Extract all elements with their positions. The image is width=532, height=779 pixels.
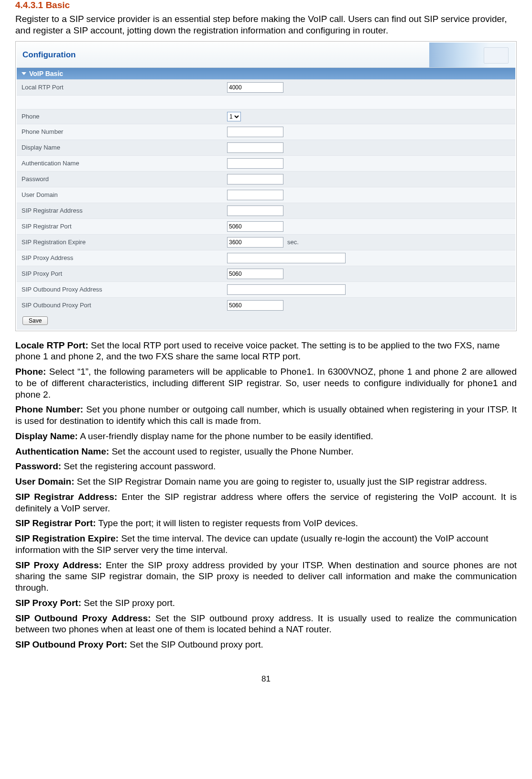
desc-term-8: SIP Registrar Port: <box>15 518 96 528</box>
label-local-rtp-port: Local RTP Port <box>17 79 222 95</box>
save-button[interactable]: Save <box>22 316 48 325</box>
desc-para-4: Authentication Name: Set the account use… <box>15 446 517 457</box>
desc-para-7: SIP Registrar Address: Enter the SIP reg… <box>15 491 517 514</box>
desc-text-3: A user-friendly display name for the pho… <box>78 431 373 441</box>
row-auth-name: Authentication Name <box>17 155 515 171</box>
config-title: Configuration <box>17 50 76 60</box>
label-sip-reg-port: SIP Registrar Port <box>17 218 222 234</box>
input-phone-number[interactable] <box>227 127 283 137</box>
input-sip-reg-port[interactable] <box>227 221 283 232</box>
desc-text-8: Type the port; it will listen to registe… <box>96 518 358 528</box>
desc-text-5: Set the registering account password. <box>61 461 216 471</box>
select-phone[interactable]: 1 <box>227 112 241 121</box>
input-auth-name[interactable] <box>227 158 283 169</box>
row-sip-proxy-port: SIP Proxy Port <box>17 266 515 281</box>
desc-para-8: SIP Registrar Port: Type the port; it wi… <box>15 518 517 529</box>
desc-para-9: SIP Registration Expire: Set the time in… <box>15 533 517 556</box>
desc-para-3: Display Name: A user-friendly display na… <box>15 431 517 442</box>
desc-para-6: User Domain: Set the SIP Registrar Domai… <box>15 476 517 487</box>
desc-para-11: SIP Proxy Port: Set the SIP proxy port. <box>15 597 517 609</box>
label-sip-out-proxy-port: SIP Outbound Proxy Port <box>17 297 222 313</box>
desc-para-2: Phone Number: Set you phone number or ou… <box>15 404 517 427</box>
intro-text: Register to a SIP service provider is an… <box>15 13 517 36</box>
desc-para-0: Locale RTP Port: Set the local RTP port … <box>15 340 517 363</box>
desc-term-7: SIP Registrar Address: <box>15 492 117 502</box>
label-sip-proxy-addr: SIP Proxy Address <box>17 250 222 266</box>
desc-para-5: Password: Set the registering account pa… <box>15 461 517 472</box>
desc-para-1: Phone: Select “1”, the following paramet… <box>15 366 517 400</box>
label-sip-proxy-port: SIP Proxy Port <box>17 266 222 281</box>
chevron-down-icon <box>22 72 26 75</box>
desc-term-1: Phone: <box>15 367 46 377</box>
row-user-domain: User Domain <box>17 187 515 203</box>
page-number: 81 <box>15 674 517 684</box>
row-phone: Phone 1 <box>17 109 515 124</box>
input-sip-out-proxy-addr[interactable] <box>227 284 346 295</box>
screenshot: Configuration VoIP Basic Local RTP Port … <box>15 41 517 331</box>
desc-term-13: SIP Outbound Proxy Port: <box>15 639 127 649</box>
desc-term-4: Authentication Name: <box>15 446 109 456</box>
desc-text-6: Set the SIP Registrar Domain name you ar… <box>75 476 487 487</box>
input-user-domain[interactable] <box>227 190 283 200</box>
header-graphic <box>429 43 515 67</box>
label-password: Password <box>17 171 222 187</box>
desc-para-12: SIP Outbound Proxy Address: Set the SIP … <box>15 613 517 636</box>
row-local-rtp-port: Local RTP Port <box>17 79 515 95</box>
voip-header-label: VoIP Basic <box>29 70 63 77</box>
row-phone-number: Phone Number <box>17 124 515 140</box>
row-display-name: Display Name <box>17 140 515 155</box>
label-display-name: Display Name <box>17 140 222 155</box>
row-sip-reg-addr: SIP Registrar Address <box>17 203 515 218</box>
label-phone: Phone <box>17 109 222 124</box>
input-sip-reg-addr[interactable] <box>227 206 283 216</box>
desc-term-6: User Domain: <box>15 476 75 487</box>
input-local-rtp-port[interactable] <box>227 82 283 93</box>
label-sip-reg-addr: SIP Registrar Address <box>17 203 222 218</box>
row-sip-out-proxy-addr: SIP Outbound Proxy Address <box>17 281 515 297</box>
desc-term-3: Display Name: <box>15 431 78 441</box>
row-password: Password <box>17 171 515 187</box>
row-sip-reg-expire: SIP Registration Expire sec. <box>17 234 515 250</box>
input-sip-proxy-port[interactable] <box>227 269 283 279</box>
label-phone-number: Phone Number <box>17 124 222 140</box>
desc-text-11: Set the SIP proxy port. <box>81 598 175 608</box>
voip-basic-header[interactable]: VoIP Basic <box>17 68 515 79</box>
desc-para-10: SIP Proxy Address: Enter the SIP proxy a… <box>15 560 517 594</box>
input-sip-proxy-addr[interactable] <box>227 253 346 263</box>
desc-term-0: Locale RTP Port: <box>15 340 88 350</box>
desc-term-5: Password: <box>15 461 61 471</box>
desc-term-11: SIP Proxy Port: <box>15 598 81 608</box>
desc-term-10: SIP Proxy Address: <box>15 560 102 570</box>
desc-para-13: SIP Outbound Proxy Port: Set the SIP Out… <box>15 639 517 650</box>
input-sip-out-proxy-port[interactable] <box>227 300 283 311</box>
suffix-sec: sec. <box>287 238 299 246</box>
config-header: Configuration <box>17 43 515 68</box>
row-sip-reg-port: SIP Registrar Port <box>17 218 515 234</box>
label-sip-out-proxy-addr: SIP Outbound Proxy Address <box>17 281 222 297</box>
desc-text-2: Set you phone number or outgoing call nu… <box>15 404 517 426</box>
label-user-domain: User Domain <box>17 187 222 203</box>
label-sip-reg-expire: SIP Registration Expire <box>17 234 222 250</box>
row-sip-proxy-addr: SIP Proxy Address <box>17 250 515 266</box>
desc-term-2: Phone Number: <box>15 404 83 414</box>
desc-term-9: SIP Registration Expire: <box>15 533 119 543</box>
label-auth-name: Authentication Name <box>17 155 222 171</box>
desc-text-1: Select “1”, the following parameters wil… <box>15 367 517 400</box>
input-password[interactable] <box>227 174 283 184</box>
row-sip-out-proxy-port: SIP Outbound Proxy Port <box>17 297 515 313</box>
desc-text-4: Set the account used to register, usuall… <box>109 446 353 456</box>
desc-text-0: Set the local RTP port used to receive v… <box>15 340 500 362</box>
input-sip-reg-expire[interactable] <box>227 237 283 248</box>
input-display-name[interactable] <box>227 142 283 153</box>
desc-term-12: SIP Outbound Proxy Address: <box>15 613 151 623</box>
section-title: 4.4.3.1 Basic <box>15 0 517 11</box>
desc-text-13: Set the SIP Outbound proxy port. <box>127 639 263 649</box>
